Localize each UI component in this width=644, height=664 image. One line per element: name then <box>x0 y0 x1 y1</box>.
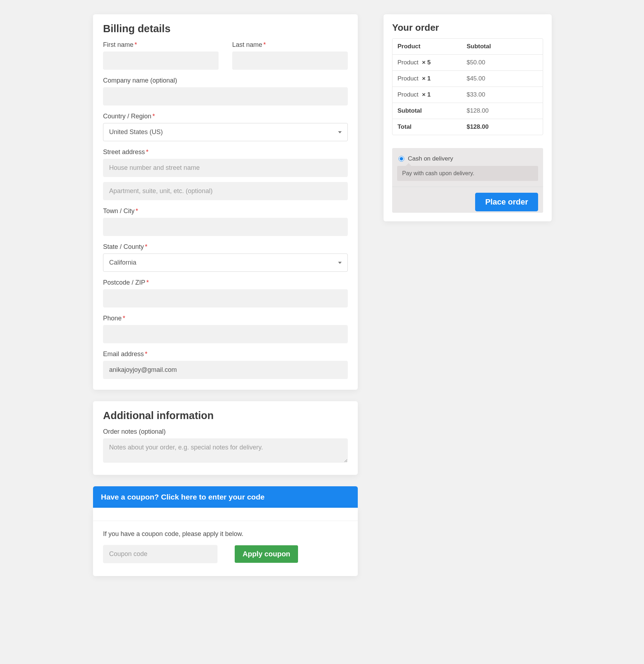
order-notes-field: Order notes (optional) <box>103 428 348 464</box>
postcode-field: Postcode / ZIP* <box>103 279 348 308</box>
country-value: United States (US) <box>109 128 163 136</box>
coupon-note: If you have a coupon code, please apply … <box>103 530 348 538</box>
company-field: Company name (optional) <box>103 77 348 105</box>
apply-coupon-button[interactable]: Apply coupon <box>235 545 298 563</box>
street-field-2 <box>103 182 348 200</box>
first-name-field: First name* <box>103 41 219 70</box>
order-notes-textarea[interactable] <box>103 438 348 463</box>
last-name-label: Last name* <box>232 41 348 49</box>
city-label: Town / City* <box>103 207 348 215</box>
city-field: Town / City* <box>103 207 348 236</box>
phone-field: Phone* <box>103 315 348 343</box>
billing-card: Billing details First name* Last name* C… <box>93 14 358 390</box>
chevron-down-icon <box>338 131 342 133</box>
payment-option-cod[interactable]: Cash on delivery <box>397 153 538 166</box>
first-name-input[interactable] <box>103 51 219 70</box>
state-label: State / County* <box>103 243 348 251</box>
order-table: Product Subtotal Product× 5 $50.00 Produ… <box>392 38 543 135</box>
order-notes-label: Order notes (optional) <box>103 428 348 436</box>
company-label: Company name (optional) <box>103 77 348 84</box>
street-input-2[interactable] <box>103 182 348 200</box>
chevron-down-icon <box>338 262 342 264</box>
last-name-input[interactable] <box>232 51 348 70</box>
street-label: Street address* <box>103 148 348 156</box>
postcode-label: Postcode / ZIP* <box>103 279 348 286</box>
country-select[interactable]: United States (US) <box>103 123 348 141</box>
payment-desc-wrap: Pay with cash upon delivery. <box>397 166 538 181</box>
phone-input[interactable] <box>103 325 348 343</box>
billing-heading: Billing details <box>103 23 348 35</box>
first-name-label: First name* <box>103 41 219 49</box>
payment-option-label: Cash on delivery <box>408 155 453 162</box>
phone-label: Phone* <box>103 315 348 322</box>
order-item-row: Product× 5 $50.00 <box>392 55 543 71</box>
order-head-row: Product Subtotal <box>392 39 543 55</box>
street-field: Street address* <box>103 148 348 177</box>
coupon-card: If you have a coupon code, please apply … <box>93 508 358 576</box>
country-label: Country / Region* <box>103 113 348 120</box>
order-subtotal-row: Subtotal $128.00 <box>392 103 543 119</box>
coupon-toggle[interactable]: Have a coupon? Click here to enter your … <box>93 486 358 508</box>
order-item-row: Product× 1 $33.00 <box>392 87 543 103</box>
order-total-row: Total $128.00 <box>392 119 543 135</box>
state-field: State / County* California <box>103 243 348 272</box>
company-input[interactable] <box>103 87 348 105</box>
state-select[interactable]: California <box>103 254 348 272</box>
order-card: Your order Product Subtotal Product× 5 $… <box>384 14 552 221</box>
additional-card: Additional information Order notes (opti… <box>93 401 358 475</box>
email-input[interactable] <box>103 361 348 379</box>
col-subtotal: Subtotal <box>462 39 543 54</box>
place-order-button[interactable]: Place order <box>475 193 538 211</box>
payment-radio-cod[interactable] <box>399 156 404 162</box>
last-name-field: Last name* <box>232 41 348 70</box>
country-field: Country / Region* United States (US) <box>103 113 348 141</box>
postcode-input[interactable] <box>103 289 348 308</box>
street-input-1[interactable] <box>103 159 348 177</box>
email-label: Email address* <box>103 350 348 358</box>
divider <box>93 521 358 521</box>
payment-desc: Pay with cash upon delivery. <box>397 166 538 181</box>
payment-box: Cash on delivery Pay with cash upon deli… <box>392 148 543 213</box>
city-input[interactable] <box>103 218 348 236</box>
col-product: Product <box>392 39 462 54</box>
email-field: Email address* <box>103 350 348 379</box>
state-value: California <box>109 259 136 266</box>
order-item-row: Product× 1 $45.00 <box>392 71 543 87</box>
order-heading: Your order <box>392 22 543 33</box>
coupon-code-input[interactable] <box>103 545 218 563</box>
additional-heading: Additional information <box>103 410 348 422</box>
